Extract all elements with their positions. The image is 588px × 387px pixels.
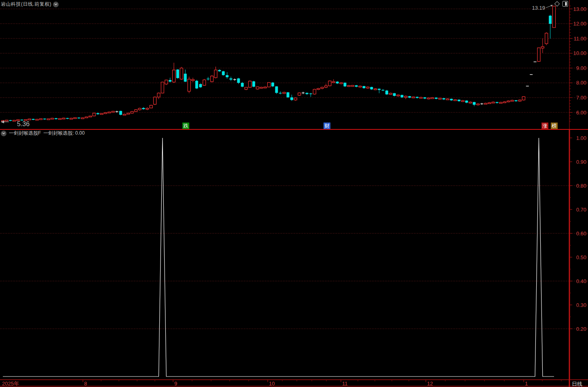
event-badge[interactable]: 跌 [182,123,189,129]
main-chart-header: 岩山科技(日线.前复权) [1,1,59,8]
stock-title: 岩山科技(日线.前复权) [1,1,51,8]
high-price-annotation: 13.19 [532,5,553,11]
event-badge[interactable]: 榜 [551,123,558,129]
candlestick-chart[interactable]: 13.0012.0011.0010.009.008.007.006.00 13.… [0,0,588,387]
svg-text:0.60: 0.60 [576,231,586,237]
svg-text:11: 11 [342,381,348,387]
svg-text:12.00: 12.00 [573,21,586,27]
price-grid [0,9,588,112]
svg-text:11.00: 11.00 [573,36,586,42]
event-badge[interactable]: 财 [324,123,330,129]
svg-text:10: 10 [269,381,275,387]
split-panel-icon[interactable] [562,1,568,8]
chevron-down-icon[interactable] [1,131,6,136]
svg-text:7.00: 7.00 [576,95,586,101]
stock-app-window: 13.0012.0011.0010.009.008.007.006.00 13.… [0,0,588,387]
svg-text:12: 12 [427,381,433,387]
indicator-name[interactable]: 一剑封喉选股F [9,130,41,137]
svg-text:9: 9 [174,381,177,387]
svg-text:13.19: 13.19 [532,5,545,11]
event-badge[interactable]: 涨 [541,123,548,129]
svg-text:0.30: 0.30 [576,302,586,308]
price-axis: 13.0012.0011.0010.009.008.007.006.00 [569,0,586,129]
svg-text:10.00: 10.00 [573,50,586,56]
svg-text:13.00: 13.00 [573,6,586,12]
svg-text:1.00: 1.00 [576,135,586,141]
indicator-value: 一剑封喉选股: 0.00 [43,130,85,137]
svg-text:0.50: 0.50 [576,254,586,260]
svg-text:0.70: 0.70 [576,207,586,213]
svg-text:6.00: 6.00 [576,110,586,116]
svg-text:0.80: 0.80 [576,183,586,189]
indicator-grid [0,186,588,329]
svg-text:9.00: 9.00 [576,65,586,71]
svg-text:8.00: 8.00 [576,80,586,86]
svg-text:8: 8 [84,381,87,387]
svg-text:5.36: 5.36 [17,121,30,127]
svg-text:0.90: 0.90 [576,159,586,165]
window-controls [554,1,568,8]
diamond-icon[interactable] [554,1,560,8]
svg-text:1: 1 [525,381,528,387]
indicator-line [3,138,554,376]
svg-text:0.40: 0.40 [576,278,586,284]
low-price-annotation: 5.36 [1,121,30,128]
svg-text:2025年: 2025年 [2,381,19,387]
date-axis: 2025年891011121 [0,380,588,387]
period-selector[interactable]: 日线 [572,381,582,387]
svg-text:0.20: 0.20 [576,326,586,332]
indicator-panel-header: 一剑封喉选股F 一剑封喉选股: 0.00 [1,130,85,137]
chevron-down-icon[interactable] [53,2,59,7]
indicator-axis: 1.000.900.800.700.600.500.400.300.20 [569,129,586,387]
candles [2,6,556,122]
